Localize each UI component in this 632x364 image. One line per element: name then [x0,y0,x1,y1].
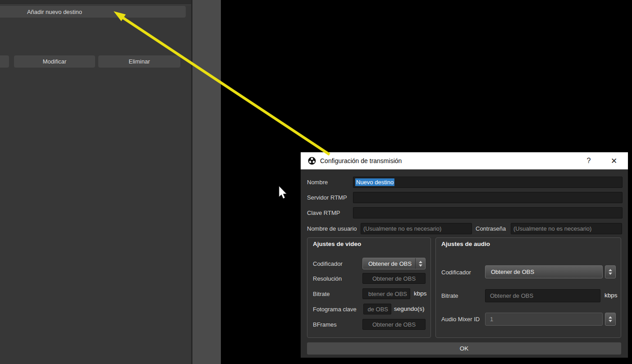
rtmp-server-label: Servidor RTMP [307,194,347,201]
audio-settings-group: Ajustes de audio Codificador Obtener de … [435,237,621,338]
video-encoder-combobox[interactable]: Obtener de OBS [362,258,426,269]
audio-bitrate-unit: kbps [605,292,618,299]
partial-cropped-button[interactable] [0,55,9,68]
name-input-selected-text: Nuevo destino [355,178,394,186]
video-settings-title: Ajustes de video [313,241,361,247]
bframes-label: BFrames [313,321,337,328]
add-destination-button[interactable]: Añadir nuevo destino [0,6,186,18]
multi-output-dock-panel: Añadir nuevo destino Modificar Eliminar [0,0,191,364]
video-settings-group: Ajustes de video Codificador Obtener de … [307,237,431,338]
video-resolution-placeholder: Obtener de OBS [372,275,416,282]
close-button[interactable]: ✕ [600,152,628,169]
audio-encoder-spinner[interactable] [605,265,616,278]
username-input[interactable] [361,223,472,234]
mouse-cursor-icon [279,186,287,199]
password-input[interactable] [511,223,622,234]
rtmp-server-input[interactable] [353,192,623,203]
password-label: Contraseña [476,225,506,232]
name-label: Nombre [307,179,328,186]
audio-mixer-id-input[interactable]: 1 [485,313,603,326]
audio-settings-title: Ajustes de audio [441,241,490,247]
rtmp-key-input[interactable] [353,207,623,218]
keyframe-placeholder: de OBS [367,306,388,313]
audio-mixer-id-spinner[interactable] [605,313,616,326]
help-button[interactable]: ? [577,152,600,169]
audio-encoder-label: Codificador [441,269,471,276]
modify-button[interactable]: Modificar [14,55,95,68]
video-bitrate-placeholder: btener de OBS [368,291,407,297]
dock-top-strip [0,0,191,5]
video-encoder-value: Obtener de OBS [363,260,415,267]
keyframe-unit: segundo(s) [394,305,425,312]
keyframe-input[interactable]: de OBS [363,304,391,314]
window-gutter [192,0,221,364]
bframes-placeholder: Obtener de OBS [372,321,416,328]
video-bitrate-unit: kbps [414,290,427,297]
audio-encoder-value: Obtener de OBS [485,268,602,275]
dialog-title: Configuración de transmisión [320,157,577,164]
keyframe-label: Fotograma clave [313,306,357,313]
video-bitrate-input[interactable]: btener de OBS [362,288,410,299]
audio-mixer-id-value: 1 [490,316,493,323]
obs-logo-icon [308,157,316,165]
bframes-input[interactable]: Obtener de OBS [362,319,426,330]
delete-button[interactable]: Eliminar [98,55,180,68]
video-resolution-input[interactable]: Obtener de OBS [362,273,426,284]
stream-config-dialog: Configuración de transmisión ? ✕ Nombre … [301,152,628,358]
dialog-titlebar[interactable]: Configuración de transmisión ? ✕ [301,152,628,169]
audio-bitrate-label: Bitrate [441,292,458,299]
rtmp-key-label: Clave RTMP [307,209,340,216]
audio-mixer-id-label: Audio Mixer ID [441,316,480,323]
audio-encoder-combobox[interactable]: Obtener de OBS [485,265,603,278]
username-label: Nombre de usuario [307,225,357,232]
name-input[interactable]: Nuevo destino [353,177,623,188]
video-encoder-label: Codificador [313,260,343,267]
audio-bitrate-input[interactable] [485,289,600,302]
video-resolution-label: Resolución [313,275,342,282]
spinner-arrows-icon[interactable] [415,258,425,269]
ok-button[interactable]: OK [307,342,621,355]
app-window: Añadir nuevo destino Modificar Eliminar … [0,0,632,364]
video-bitrate-label: Bitrate [313,291,330,297]
